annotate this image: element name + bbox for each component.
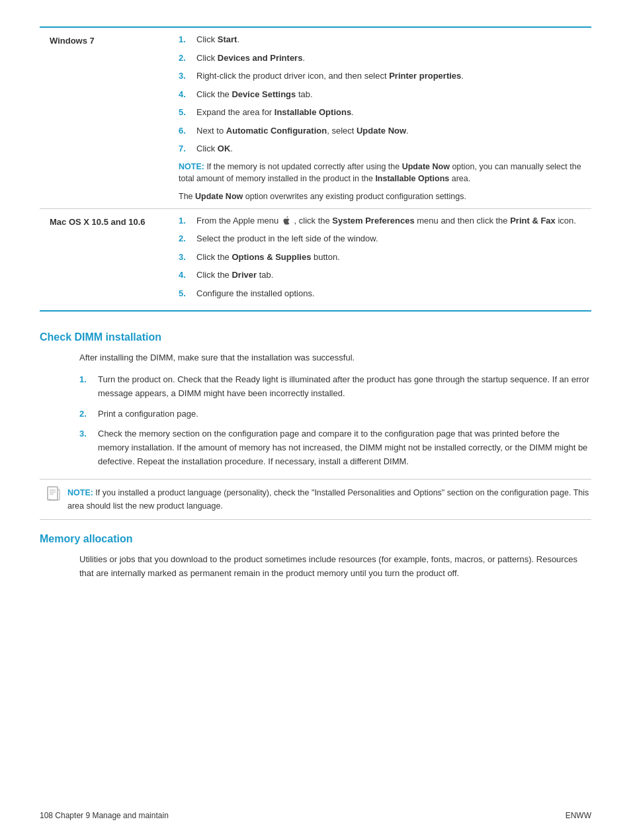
step-mac-2: 2. Select the product in the left side o…: [179, 232, 585, 245]
step-mac-num-3: 3.: [179, 251, 193, 264]
step-mac-text-5: Configure the installed options.: [196, 287, 585, 300]
step-text-5: Expand the area for Installable Options.: [196, 106, 585, 119]
check-dimm-heading: Check DIMM installation: [40, 331, 591, 343]
step-text-cd3: Check the memory section on the configur…: [98, 427, 591, 468]
footer-right: ENWW: [566, 811, 591, 820]
windows7-row: Windows 7 1. Click Start. 2. Click Devic…: [40, 27, 591, 208]
windows7-label: Windows 7: [40, 27, 172, 208]
step-mac-text-3: Click the Options & Supplies button.: [196, 251, 585, 264]
step-w7-4: 4. Click the Device Settings tab.: [179, 88, 585, 101]
step-num-3: 3.: [179, 69, 193, 83]
step-mac-num-2: 2.: [179, 232, 193, 245]
step-w7-3: 3. Right-click the product driver icon, …: [179, 69, 585, 83]
memory-allocation-heading: Memory allocation: [40, 533, 591, 545]
main-table: Windows 7 1. Click Start. 2. Click Devic…: [40, 26, 591, 312]
step-num-1: 1.: [179, 33, 193, 46]
dimm-note-text: If you installed a product language (per…: [67, 488, 589, 511]
step-num-4: 4.: [179, 88, 193, 101]
check-dimm-body: After installing the DIMM, make sure tha…: [79, 351, 591, 469]
step-text-2: Click Devices and Printers.: [196, 52, 585, 65]
windows7-content: 1. Click Start. 2. Click Devices and Pri…: [172, 27, 591, 208]
step-mac-text-2: Select the product in the left side of t…: [196, 232, 585, 245]
step-num-6: 6.: [179, 124, 193, 138]
step-w7-6: 6. Next to Automatic Configuration, sele…: [179, 124, 585, 138]
dimm-note-label: NOTE:: [67, 488, 95, 497]
step-num-cd1: 1.: [79, 373, 94, 401]
step-text-1: Click Start.: [196, 33, 585, 46]
svg-rect-0: [48, 487, 58, 500]
footer-left: 108 Chapter 9 Manage and maintain: [40, 811, 169, 820]
note-page-icon: [46, 486, 61, 505]
update-now-note: The Update Now option overwrites any exi…: [179, 190, 585, 203]
step-mac-3: 3. Click the Options & Supplies button.: [179, 251, 585, 264]
step-mac-5: 5. Configure the installed options.: [179, 287, 585, 300]
step-mac-num-4: 4.: [179, 269, 193, 282]
step-w7-1: 1. Click Start.: [179, 33, 585, 46]
dimm-note-box: NOTE: If you installed a product languag…: [40, 479, 591, 520]
step-mac-num-5: 5.: [179, 287, 193, 300]
apple-icon: [282, 216, 290, 226]
check-dimm-steps: 1. Turn the product on. Check that the R…: [79, 373, 591, 469]
step-text-cd2: Print a configuration page.: [98, 407, 198, 421]
step-w7-7: 7. Click OK.: [179, 142, 585, 155]
dimm-note-content: NOTE: If you installed a product languag…: [67, 486, 591, 513]
windows7-steps: 1. Click Start. 2. Click Devices and Pri…: [179, 33, 585, 155]
windows7-note: NOTE: If the memory is not updated corre…: [179, 161, 585, 186]
memory-allocation-body: Utilities or jobs that you download to t…: [79, 553, 591, 581]
check-dimm-step-3: 3. Check the memory section on the confi…: [79, 427, 591, 468]
step-num-7: 7.: [179, 142, 193, 155]
note-document-icon: [46, 486, 61, 501]
note-label-w7: NOTE:: [179, 162, 204, 171]
footer: 108 Chapter 9 Manage and maintain ENWW: [40, 811, 591, 820]
note-body-w7: If the memory is not updated correctly a…: [179, 162, 581, 184]
step-text-cd1: Turn the product on. Check that the Read…: [98, 373, 591, 401]
macos-row: Mac OS X 10.5 and 10.6 1. From the Apple…: [40, 208, 591, 311]
step-text-6: Next to Automatic Configuration, select …: [196, 124, 585, 138]
macos-label: Mac OS X 10.5 and 10.6: [40, 208, 172, 311]
step-w7-2: 2. Click Devices and Printers.: [179, 52, 585, 65]
step-mac-1: 1. From the Apple menu , click the Syste…: [179, 214, 585, 228]
step-text-3: Right-click the product driver icon, and…: [196, 69, 585, 83]
memory-allocation-text: Utilities or jobs that you download to t…: [79, 553, 591, 581]
step-mac-text-1: From the Apple menu , click the System P…: [196, 214, 585, 228]
step-mac-text-4: Click the Driver tab.: [196, 269, 585, 282]
check-dimm-step-2: 2. Print a configuration page.: [79, 407, 591, 421]
step-mac-num-1: 1.: [179, 214, 193, 228]
step-num-5: 5.: [179, 106, 193, 119]
step-num-2: 2.: [179, 52, 193, 65]
step-num-cd2: 2.: [79, 407, 94, 421]
page-container: Windows 7 1. Click Start. 2. Click Devic…: [0, 0, 631, 840]
check-dimm-step-1: 1. Turn the product on. Check that the R…: [79, 373, 591, 401]
step-text-4: Click the Device Settings tab.: [196, 88, 585, 101]
step-w7-5: 5. Expand the area for Installable Optio…: [179, 106, 585, 119]
macos-steps: 1. From the Apple menu , click the Syste…: [179, 214, 585, 300]
step-num-cd3: 3.: [79, 427, 94, 468]
check-dimm-intro: After installing the DIMM, make sure tha…: [79, 351, 591, 365]
step-mac-4: 4. Click the Driver tab.: [179, 269, 585, 282]
step-text-7: Click OK.: [196, 142, 585, 155]
macos-content: 1. From the Apple menu , click the Syste…: [172, 208, 591, 311]
